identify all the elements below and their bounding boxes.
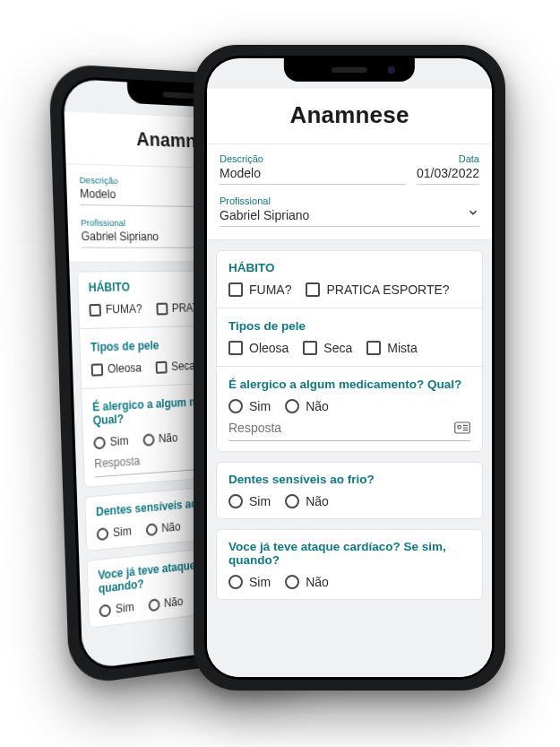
radio-alergia-nao[interactable]: Não (285, 399, 329, 413)
radio-dentes-nao[interactable]: Não (285, 494, 329, 508)
radio-cardio-nao[interactable]: Não (148, 595, 183, 612)
checkbox-icon (156, 302, 168, 315)
radio-cardio-sim[interactable]: Sim (99, 600, 134, 617)
checkbox-label: Oleosa (108, 361, 142, 376)
checkbox-oleosa[interactable]: Oleosa (228, 341, 289, 355)
radio-label: Não (164, 595, 184, 610)
radio-label: Sim (116, 600, 134, 615)
checkbox-label: Seca (171, 360, 195, 374)
device-notch (284, 58, 415, 82)
checkbox-seca[interactable]: Seca (303, 341, 352, 355)
radio-icon (97, 527, 109, 541)
radio-label: Não (306, 575, 329, 589)
checkbox-seca[interactable]: Seca (156, 360, 195, 374)
radio-dentes-nao[interactable]: Não (145, 520, 180, 536)
radio-icon (228, 494, 243, 508)
radio-icon (93, 436, 106, 449)
radio-icon (228, 399, 243, 413)
header-fields: Descrição Modelo Data 01/03/2022 Profiss… (207, 144, 492, 240)
checkbox-fuma[interactable]: FUMA? (89, 302, 142, 317)
profissional-value[interactable]: Gabriel Sipriano (220, 208, 479, 222)
radio-label: Sim (249, 575, 271, 589)
group-title-alergia: É alergico a algum medicamento? Qual? (228, 378, 470, 391)
radio-label: Sim (109, 434, 128, 448)
checkbox-label: Oleosa (249, 341, 289, 355)
group-title-dentes: Dentes sensíveis ao frio? (228, 473, 470, 486)
descricao-value[interactable]: Modelo (220, 166, 406, 180)
checkbox-label: Seca (323, 341, 352, 355)
chevron-down-icon[interactable] (467, 206, 479, 219)
group-title-habito: HÁBITO (228, 261, 470, 274)
checkbox-label: PRATICA ESPORTE? (326, 282, 449, 297)
card-dentes: Dentes sensíveis ao frio? Sim Não (216, 462, 483, 519)
checkbox-pratica-esporte[interactable]: PRATICA ESPORTE? (306, 282, 449, 297)
resposta-input[interactable] (228, 421, 454, 435)
radio-label: Não (306, 399, 329, 413)
radio-icon (285, 494, 299, 508)
radio-alergia-sim[interactable]: Sim (93, 434, 128, 449)
card-id-icon (454, 421, 470, 434)
radio-label: Sim (113, 525, 132, 540)
checkbox-oleosa[interactable]: Oleosa (91, 361, 142, 377)
radio-cardio-nao[interactable]: Não (285, 575, 329, 589)
descricao-label: Descrição (220, 153, 406, 164)
profissional-label: Profissional (220, 195, 479, 206)
checkbox-label: Mista (387, 341, 417, 355)
app-header: Anamnese (207, 89, 492, 144)
divider (217, 366, 482, 367)
radio-icon (145, 523, 157, 536)
svg-point-6 (458, 425, 461, 429)
checkbox-icon (156, 360, 168, 373)
radio-dentes-sim[interactable]: Sim (97, 525, 132, 541)
data-value[interactable]: 01/03/2022 (417, 166, 479, 180)
data-label: Data (417, 153, 479, 164)
checkbox-icon (228, 341, 243, 355)
app-screen: Anamnese Descrição Modelo Data 01/03/202… (207, 58, 492, 677)
divider (217, 308, 482, 308)
card-habito: HÁBITO FUMA? PRATICA ESPORTE? Tipos de p… (216, 250, 483, 452)
radio-icon (285, 399, 299, 413)
radio-icon (99, 604, 111, 617)
checkbox-icon (91, 363, 104, 376)
radio-icon (228, 575, 243, 589)
group-title-cardio: Voce já teve ataque cardíaco? Se sim, qu… (228, 540, 470, 567)
radio-alergia-sim[interactable]: Sim (228, 399, 271, 413)
radio-label: Não (159, 431, 178, 446)
card-cardio: Voce já teve ataque cardíaco? Se sim, qu… (216, 529, 483, 600)
checkbox-fuma[interactable]: FUMA? (228, 282, 291, 297)
radio-cardio-sim[interactable]: Sim (228, 575, 271, 589)
group-title-tipos-pele: Tipos de pele (228, 319, 470, 333)
checkbox-icon (303, 341, 317, 355)
radio-dentes-sim[interactable]: Sim (228, 494, 271, 508)
radio-label: Sim (249, 399, 271, 413)
checkbox-icon (306, 282, 320, 297)
page-title: Anamnese (207, 101, 492, 129)
radio-label: Sim (249, 494, 271, 508)
checkbox-icon (89, 303, 101, 316)
phone-mockup-front: Anamnese Descrição Modelo Data 01/03/202… (194, 45, 505, 691)
checkbox-icon (228, 282, 243, 297)
radio-alergia-nao[interactable]: Não (142, 431, 178, 447)
radio-icon (142, 433, 154, 446)
radio-icon (148, 598, 159, 612)
radio-icon (285, 575, 299, 589)
checkbox-icon (366, 341, 381, 355)
radio-label: Não (306, 494, 329, 508)
checkbox-label: FUMA? (106, 302, 142, 317)
checkbox-mista[interactable]: Mista (366, 341, 417, 355)
radio-label: Não (161, 520, 181, 535)
checkbox-label: FUMA? (249, 282, 291, 297)
